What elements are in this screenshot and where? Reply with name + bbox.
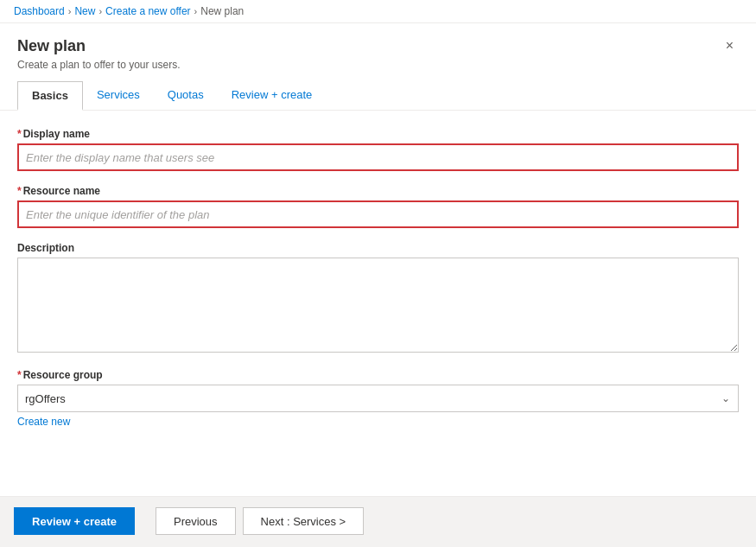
- description-textarea[interactable]: [17, 258, 739, 353]
- resource-name-required-star: *: [17, 185, 22, 197]
- tab-review-create[interactable]: Review + create: [218, 81, 327, 110]
- resource-name-input[interactable]: [17, 200, 739, 228]
- tab-services[interactable]: Services: [83, 81, 154, 110]
- display-name-required-star: *: [17, 128, 22, 140]
- previous-button[interactable]: Previous: [156, 507, 236, 535]
- breadcrumb-create-offer[interactable]: Create a new offer: [105, 5, 191, 17]
- panel-footer: Review + create Previous Next : Services…: [0, 496, 756, 545]
- panel-subtitle: Create a plan to offer to your users.: [17, 59, 739, 71]
- panel-body: *Display name *Resource name Description…: [0, 111, 756, 496]
- review-create-button[interactable]: Review + create: [14, 507, 135, 535]
- panel-header: New plan × Create a plan to offer to you…: [0, 23, 756, 111]
- tabs: Basics Services Quotas Review + create: [17, 81, 739, 110]
- breadcrumb: Dashboard › New › Create a new offer › N…: [0, 0, 756, 23]
- create-new-link[interactable]: Create new: [17, 416, 70, 428]
- new-plan-panel: New plan × Create a plan to offer to you…: [0, 23, 756, 545]
- resource-group-select-wrapper: rgOffers ⌄: [17, 385, 739, 412]
- description-label: Description: [17, 242, 739, 254]
- resource-group-field-group: *Resource group rgOffers ⌄ Create new: [17, 369, 739, 428]
- display-name-input[interactable]: [17, 143, 739, 171]
- next-services-button[interactable]: Next : Services >: [243, 507, 365, 535]
- breadcrumb-dashboard[interactable]: Dashboard: [14, 5, 65, 17]
- description-field-group: Description: [17, 242, 739, 355]
- tab-quotas[interactable]: Quotas: [154, 81, 218, 110]
- tab-basics[interactable]: Basics: [17, 81, 83, 111]
- breadcrumb-sep-3: ›: [194, 6, 198, 16]
- display-name-field-group: *Display name: [17, 128, 739, 171]
- resource-name-label: *Resource name: [17, 185, 739, 197]
- breadcrumb-sep-2: ›: [98, 6, 102, 16]
- display-name-label: *Display name: [17, 128, 739, 140]
- breadcrumb-sep-1: ›: [68, 6, 72, 16]
- resource-group-label: *Resource group: [17, 369, 739, 381]
- breadcrumb-current: New plan: [200, 5, 244, 17]
- resource-group-select[interactable]: rgOffers: [17, 385, 739, 412]
- resource-group-required-star: *: [17, 369, 22, 381]
- resource-name-field-group: *Resource name: [17, 185, 739, 228]
- breadcrumb-new[interactable]: New: [74, 5, 95, 17]
- panel-title: New plan: [17, 37, 86, 55]
- close-button[interactable]: ×: [721, 37, 739, 54]
